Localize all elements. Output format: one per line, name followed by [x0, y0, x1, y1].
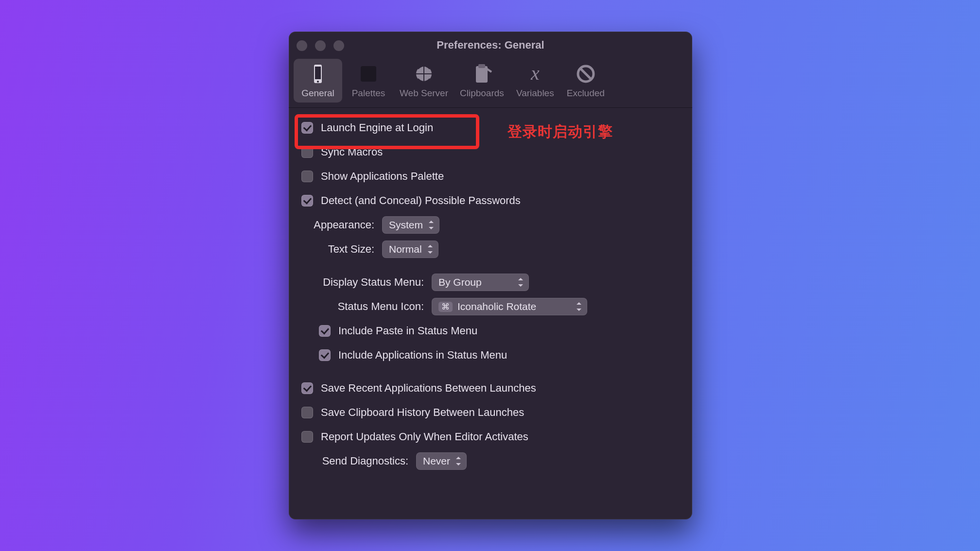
select-status-menu-icon[interactable]: ⌘ Iconaholic Rotate: [432, 298, 587, 315]
checkbox-save-recent-apps[interactable]: [301, 382, 313, 394]
checkbox-label: Detect (and Conceal) Possible Passwords: [321, 194, 521, 207]
minimize-window-button[interactable]: [315, 40, 326, 51]
checkbox-label: Report Updates Only When Editor Activate…: [321, 430, 528, 443]
svg-rect-3: [361, 66, 376, 82]
row-appearance: Appearance: System: [301, 214, 680, 236]
variable-icon: x: [523, 62, 547, 86]
preferences-window: Preferences: General General Palettes We…: [289, 32, 692, 519]
tab-label: Palettes: [352, 88, 385, 99]
select-send-diagnostics[interactable]: Never: [416, 452, 467, 470]
checkbox-label: Save Recent Applications Between Launche…: [321, 382, 536, 395]
checkbox-show-app-palette[interactable]: [301, 171, 313, 182]
checkbox-report-updates[interactable]: [301, 431, 313, 443]
select-text-size[interactable]: Normal: [382, 241, 438, 258]
preferences-content: Launch Engine at Login Sync Macros Show …: [289, 108, 692, 487]
select-value: Normal: [389, 243, 422, 255]
tab-label: Clipboards: [460, 88, 504, 99]
row-save-clipboard-history: Save Clipboard History Between Launches: [301, 401, 680, 424]
row-send-diagnostics: Send Diagnostics: Never: [301, 450, 680, 472]
globe-icon: [413, 62, 435, 86]
tab-palettes[interactable]: Palettes: [344, 59, 393, 103]
select-value: By Group: [438, 276, 482, 288]
row-text-size: Text Size: Normal: [301, 238, 680, 260]
tab-variables[interactable]: x Variables: [511, 59, 560, 103]
row-status-menu-icon: Status Menu Icon: ⌘ Iconaholic Rotate: [301, 295, 680, 318]
checkbox-label: Save Clipboard History Between Launches: [321, 406, 524, 419]
label-display-status-menu: Display Status Menu:: [301, 276, 424, 289]
select-value: System: [389, 219, 423, 231]
palette-icon: [358, 62, 379, 86]
checkbox-label: Include Paste in Status Menu: [338, 325, 477, 337]
annotation-highlight-box: [295, 114, 479, 149]
row-include-apps: Include Applications in Status Menu: [301, 344, 680, 366]
checkbox-include-apps[interactable]: [319, 349, 331, 361]
annotation-text: 登录时启动引擎: [508, 122, 613, 142]
svg-text:x: x: [530, 63, 540, 84]
clipboard-icon: [471, 62, 492, 86]
row-detect-passwords: Detect (and Conceal) Possible Passwords: [301, 189, 680, 212]
select-value: Never: [423, 455, 450, 467]
checkbox-save-clipboard-history[interactable]: [301, 407, 313, 418]
checkbox-include-paste[interactable]: [319, 325, 331, 337]
svg-rect-6: [478, 64, 485, 68]
row-save-recent-apps: Save Recent Applications Between Launche…: [301, 377, 680, 399]
preferences-toolbar: General Palettes Web Server Clipboards x: [289, 59, 692, 108]
checkbox-detect-passwords[interactable]: [301, 195, 313, 207]
row-include-paste: Include Paste in Status Menu: [301, 320, 680, 342]
select-appearance[interactable]: System: [382, 216, 439, 234]
titlebar: Preferences: General: [289, 32, 692, 59]
checkbox-label: Show Applications Palette: [321, 170, 444, 183]
stepper-arrows-icon: [428, 245, 434, 254]
zoom-window-button[interactable]: [333, 40, 344, 51]
stepper-arrows-icon: [577, 302, 582, 311]
label-text-size: Text Size:: [301, 243, 374, 256]
checkbox-label: Include Applications in Status Menu: [338, 349, 507, 362]
stepper-arrows-icon: [518, 278, 524, 287]
tab-web-server[interactable]: Web Server: [395, 59, 453, 103]
row-report-updates: Report Updates Only When Editor Activate…: [301, 426, 680, 448]
row-display-status-menu: Display Status Menu: By Group: [301, 271, 680, 293]
label-status-menu-icon: Status Menu Icon:: [301, 300, 424, 313]
tab-label: General: [301, 88, 334, 99]
tab-label: Excluded: [567, 88, 605, 99]
stepper-arrows-icon: [456, 457, 462, 465]
tab-excluded[interactable]: Excluded: [561, 59, 610, 103]
svg-point-2: [317, 81, 319, 83]
close-window-button[interactable]: [297, 40, 307, 51]
label-send-diagnostics: Send Diagnostics:: [301, 455, 408, 467]
select-display-status-menu[interactable]: By Group: [432, 274, 529, 291]
svg-rect-1: [315, 67, 321, 79]
window-title: Preferences: General: [437, 39, 544, 52]
stepper-arrows-icon: [429, 221, 435, 229]
command-key-icon: ⌘: [438, 302, 453, 312]
row-show-app-palette: Show Applications Palette: [301, 165, 680, 188]
tab-clipboards[interactable]: Clipboards: [455, 59, 509, 103]
window-controls: [297, 40, 344, 51]
label-appearance: Appearance:: [301, 219, 374, 231]
tab-label: Variables: [516, 88, 554, 99]
excluded-icon: [575, 62, 596, 86]
tab-label: Web Server: [400, 88, 448, 99]
tab-general[interactable]: General: [294, 59, 342, 103]
select-value: Iconaholic Rotate: [457, 301, 536, 312]
svg-line-9: [580, 69, 591, 79]
phone-icon: [308, 62, 328, 86]
